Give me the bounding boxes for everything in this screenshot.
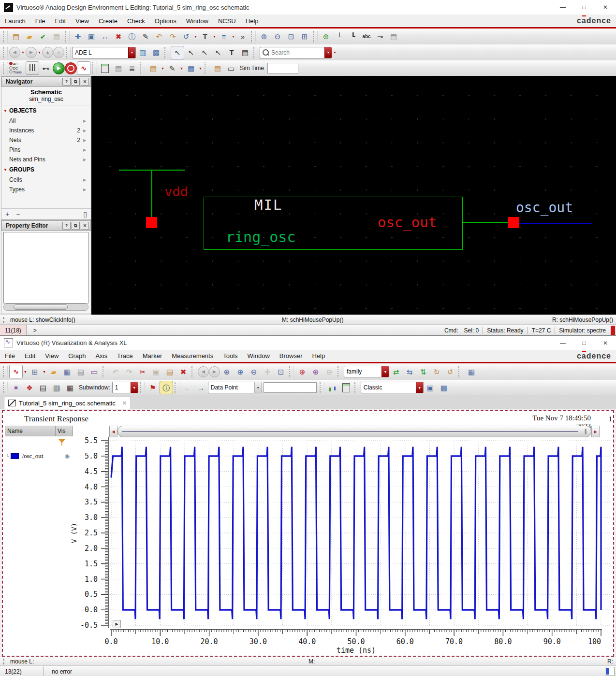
- search-box[interactable]: ▼: [260, 47, 332, 58]
- zoom-in-icon[interactable]: ⊕: [220, 365, 234, 378]
- copy-icon[interactable]: ▣: [85, 30, 98, 43]
- next-data-point-icon[interactable]: →: [194, 381, 208, 394]
- tab-sim-ring-osc[interactable]: Tutorial_5 sim_ring_osc schematic ✕: [4, 397, 131, 409]
- create-wire-wide-icon[interactable]: ┗: [346, 30, 360, 43]
- search-input[interactable]: [270, 49, 324, 57]
- nav-item-all[interactable]: All▶: [1, 116, 91, 126]
- appearance-combo[interactable]: Classic▼: [361, 382, 424, 393]
- minimize-button[interactable]: —: [552, 0, 573, 14]
- delete-icon[interactable]: ✖: [176, 365, 190, 378]
- menu-create[interactable]: Create: [94, 15, 122, 27]
- float-icon[interactable]: ⧉: [72, 78, 80, 86]
- display-options-icon[interactable]: ▩: [149, 46, 163, 59]
- new-subwindow-dropdown-icon[interactable]: ▼: [42, 366, 47, 377]
- new-subwindow-icon[interactable]: ⊞: [28, 365, 42, 378]
- menu-edit[interactable]: Edit: [20, 350, 40, 361]
- graph-wizard-icon[interactable]: ✶: [9, 381, 23, 394]
- align-icon[interactable]: ≡: [217, 30, 231, 43]
- nav-item-types[interactable]: Types▶: [1, 185, 91, 194]
- save-icon[interactable]: ▦: [50, 30, 63, 43]
- menu-trace[interactable]: Trace: [112, 350, 138, 361]
- vdd-net-label[interactable]: vdd: [164, 184, 188, 199]
- maximize-button[interactable]: □: [573, 336, 595, 350]
- text-style-icon[interactable]: T: [198, 30, 212, 43]
- cut-icon[interactable]: ✂: [136, 365, 149, 378]
- zoom-in-x2-icon[interactable]: ⊕: [234, 365, 247, 378]
- vdd-stem-wire[interactable]: [151, 170, 152, 218]
- property-editor-content[interactable]: [3, 232, 88, 303]
- more-tools-icon[interactable]: »: [236, 30, 249, 43]
- netlist-and-run-icon[interactable]: ▶: [53, 62, 65, 74]
- nav-forward-dropdown-icon[interactable]: ▼: [37, 47, 42, 58]
- zoom-y-axis-icon[interactable]: ⊕: [309, 365, 323, 378]
- output-expressions-icon[interactable]: ≣: [125, 61, 139, 75]
- osc-out-pin[interactable]: [508, 217, 519, 228]
- menu-file[interactable]: File: [30, 15, 50, 27]
- instance-cell-label[interactable]: ring_osc: [226, 229, 296, 245]
- search-dropdown-icon[interactable]: ▼: [324, 47, 332, 58]
- collapse-icon[interactable]: ▼: [3, 109, 7, 113]
- redo-icon[interactable]: ↷: [122, 365, 136, 378]
- expand-icon[interactable]: ▶: [83, 187, 88, 192]
- create-instance-icon[interactable]: ⊕: [319, 30, 333, 43]
- search-options-dropdown-icon[interactable]: ▼: [332, 47, 337, 58]
- waveform-plot[interactable]: 5.55.04.54.03.53.02.52.01.51.00.50.0-0.5…: [3, 411, 613, 654]
- instance-pin-label[interactable]: osc_out: [378, 214, 437, 230]
- menu-view[interactable]: View: [40, 350, 63, 361]
- nav-item-nets[interactable]: Nets2▶: [1, 135, 91, 145]
- snap-mode-combo-arrow-icon[interactable]: ▼: [254, 382, 262, 393]
- reload-graph-icon[interactable]: ↺: [443, 365, 457, 378]
- create-note-icon[interactable]: ▤: [387, 30, 400, 43]
- save-workspace-icon[interactable]: ▥: [136, 46, 149, 59]
- osc-out-net-label[interactable]: osc_out: [516, 200, 573, 216]
- help-icon[interactable]: ?: [62, 222, 71, 230]
- design-variables-icon[interactable]: [26, 61, 39, 75]
- menu-help[interactable]: Help: [308, 350, 330, 361]
- copy-graph-icon[interactable]: ↻: [430, 365, 443, 378]
- expand-icon[interactable]: ▶: [83, 178, 88, 182]
- results-browser-icon[interactable]: ▤: [112, 61, 125, 75]
- remove-group-button[interactable]: −: [16, 210, 20, 218]
- menu-options[interactable]: Options: [150, 15, 181, 27]
- menu-check[interactable]: Check: [122, 15, 150, 27]
- prev-data-point-icon[interactable]: ←: [181, 381, 194, 394]
- instance-select-icon[interactable]: ↖: [211, 46, 225, 59]
- subwindow-grid-icon[interactable]: ▦: [63, 381, 77, 394]
- nav-back-icon[interactable]: ◀: [9, 47, 20, 58]
- nav-section-groups[interactable]: ▼GROUPS: [1, 164, 91, 175]
- swap-axes-icon[interactable]: ⇄: [389, 365, 403, 378]
- zoom-in-icon[interactable]: ⊕: [257, 30, 271, 43]
- next-view-icon[interactable]: ▶: [209, 366, 220, 377]
- help-icon[interactable]: ?: [62, 78, 71, 86]
- osc-out-wire[interactable]: [462, 222, 509, 223]
- plot-outputs-icon[interactable]: ∿: [77, 61, 90, 75]
- menu-graph[interactable]: Graph: [63, 350, 90, 361]
- osc-out-net-wire[interactable]: [519, 223, 592, 224]
- expand-icon[interactable]: ▶: [83, 138, 88, 143]
- navigator-titlebar[interactable]: Navigator ? ⧉ ✕: [1, 76, 91, 87]
- simulation-setup-icon[interactable]: ⊷: [39, 61, 53, 75]
- split-strips-icon[interactable]: ⇅: [416, 365, 430, 378]
- horizontal-strips-icon[interactable]: ▤: [36, 381, 50, 394]
- connectivity-select-icon[interactable]: ↖: [184, 46, 198, 59]
- edit-testbench-icon[interactable]: ✎: [165, 61, 179, 75]
- object-info-icon[interactable]: ⓘ: [125, 30, 139, 43]
- vertical-strips-icon[interactable]: ▥: [50, 381, 63, 394]
- close-button[interactable]: ✕: [595, 336, 616, 350]
- nav-item-instances[interactable]: Instances2▶: [1, 126, 91, 135]
- nav-up-icon[interactable]: ▲: [42, 47, 53, 58]
- print-icon[interactable]: ▤: [74, 365, 88, 378]
- nav-forward-icon[interactable]: ▶: [26, 47, 37, 58]
- create-wire-narrow-icon[interactable]: └: [333, 30, 346, 43]
- save-appearance-icon[interactable]: ▣: [424, 381, 437, 394]
- copy-icon[interactable]: ▣: [149, 365, 163, 378]
- overlay-traces-icon[interactable]: ⇆: [403, 365, 416, 378]
- new-cellview-icon[interactable]: ▤: [9, 30, 23, 43]
- export-doc-icon[interactable]: ▤: [211, 61, 224, 75]
- netlist-icon[interactable]: ▤: [147, 61, 160, 75]
- schematic-canvas[interactable]: vdd MIL ring_osc osc_out osc_out: [91, 76, 616, 315]
- checks-icon[interactable]: ▦: [184, 61, 198, 75]
- calculator-icon[interactable]: [339, 381, 353, 394]
- vdd-pin[interactable]: [146, 217, 157, 228]
- minimize-button[interactable]: —: [552, 336, 573, 350]
